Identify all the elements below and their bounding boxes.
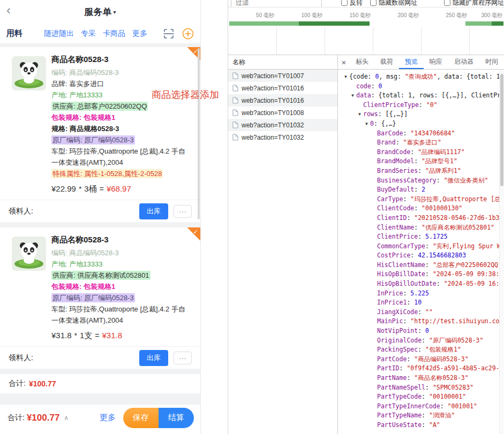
tab-4[interactable]: 卡商品 [103,29,125,39]
timeline-gridline [421,27,422,55]
save-button[interactable]: 保存 [123,408,159,428]
detail-tab-3[interactable]: 预览 [399,55,424,69]
json-value: 42.1546682803 [418,252,466,259]
scrollbar-thumb[interactable] [500,74,503,186]
chevron-down-icon[interactable]: ▾ [113,9,116,15]
detail-tab-2[interactable]: 载荷 [374,55,399,69]
json-key: PartCode [377,355,407,363]
tree-line: PartUseState: "A" [338,421,504,430]
filter-input[interactable] [231,0,322,7]
detail-tab-5[interactable]: 启动器 [448,55,479,69]
json-value: "2024-05-09 09:38:59 [433,270,504,278]
tab-1[interactable]: 用料 [6,28,22,39]
json-value: [{,…}] [386,110,408,118]
network-row[interactable]: web?action=TY01016 [228,94,337,106]
checkbox-1[interactable]: 反转 [341,0,363,7]
expand-arrow-icon[interactable]: ▼ [342,72,349,82]
product-field: 原厂编码: 原厂编码0528-3 [51,292,192,303]
tab-5[interactable]: 更多 [132,29,147,39]
tree-line: BarCode: "1434706684" [338,129,504,139]
request-name: web?action=TY01007 [242,72,304,80]
picker-row: 领料人:出库··· [0,346,200,369]
json-value: : [378,110,386,118]
back-icon[interactable]: ‹ [6,4,11,17]
tab-2[interactable]: 随进随出 [44,29,74,39]
expand-arrow-icon[interactable]: ▼ [363,119,370,129]
product-field: 产地: 产地13333 [51,258,192,270]
json-value: : [437,177,444,184]
json-key: BusinessCategory [377,177,437,184]
tree-line: code: 0 [338,82,504,92]
expand-arrow-icon[interactable]: ▼ [349,91,356,101]
tab-3[interactable]: 专采 [81,29,96,39]
add-product-button[interactable] [182,28,194,40]
scan-icon[interactable] [163,28,175,40]
more-options-button[interactable]: ··· [174,205,192,218]
footer-more-link[interactable]: 更多 [100,413,116,423]
total-price: ¥31.8 [102,331,123,340]
json-key: BrandCode [377,148,410,156]
json-value: "20210528-0546-27d6-1b32- [414,214,504,222]
json-value: "http://test.sihuiyun.com [410,317,503,325]
collapse-icon[interactable]: ∧ [64,414,69,422]
json-value: "商品名称0528-3" [414,374,468,382]
tab-bar-icons [163,28,194,40]
network-row[interactable]: web?action=TY01032 [228,131,337,143]
network-row[interactable]: web?action=TY01008 [228,106,337,119]
json-key: BuyDefault [377,186,414,193]
checkbox-2[interactable]: 隐藏数据网址 [370,0,417,7]
subtotal-label: 合计: [9,379,26,389]
json-value: : [414,157,422,165]
tree-line: CommonCarType: "宾利,Flying Spur W1 [338,242,504,252]
json-value: : [414,186,422,193]
detail-tab-1[interactable]: 标头 [350,55,374,69]
json-value: : [410,252,418,259]
expand-arrow-icon[interactable]: ▼ [356,110,363,119]
tree-line: CostPrice: 42.1546682803 [338,251,504,261]
timeline-tick: 150 毫秒 [338,12,371,19]
json-value: "玛莎拉蒂,Quattroporte [总 [410,195,500,203]
outbound-button[interactable]: 出库 [139,203,168,219]
json-key: code [356,82,371,90]
checkbox-input[interactable] [444,0,450,6]
detail-tab-4[interactable]: 响应 [424,55,448,69]
network-row[interactable]: web?action=TY01016 [228,82,337,94]
tree-line: ClientPrice: 5.1725 [338,232,504,242]
unit-price: ¥31.8 [51,331,72,340]
timeline-gridline [469,27,470,55]
json-key: rows [363,110,378,118]
detail-tab-6[interactable]: 时间 [479,55,504,69]
json-value: : [407,299,414,306]
tree-line: BusinessCategory: "微信业务类别" [338,176,504,186]
more-options-button[interactable]: ··· [174,352,192,364]
app-header: ‹ 服务单 ▾ [0,0,200,24]
network-name-header[interactable]: 名称 [228,55,337,70]
outbound-button[interactable]: 出库 [139,350,168,366]
overview-activity-bar-dark [299,21,370,26]
json-value: 5.225 [410,290,429,297]
json-value: "品牌编码1117" [418,148,465,156]
quantity: 3桶 [84,184,96,193]
app-scrollbar[interactable] [198,48,200,219]
json-value: "00100001" [429,393,466,400]
json-value: "包装规格1" [425,346,461,353]
json-value: 10 [414,299,422,306]
close-icon[interactable]: × [338,55,350,69]
picker-label: 领料人: [9,353,33,363]
network-rows: web?action=TY01007web?action=TY01016web?… [228,70,337,434]
checkbox-input[interactable] [370,0,377,6]
devtools-scrollbar[interactable] [499,70,504,434]
json-key: BrandSeries [377,167,418,174]
network-row[interactable]: web?action=TY01007 [228,70,337,82]
checkbox-3[interactable]: 隐藏扩展程序网址 [444,0,504,7]
json-key: ClientPriceType [363,101,419,109]
json-value: : [418,327,425,334]
settle-button[interactable]: 结算 [159,408,194,428]
checkbox-input[interactable] [341,0,348,6]
json-value: : [425,242,433,250]
overview[interactable]: 50 毫秒100 毫秒150 毫秒200 毫秒250 毫秒300 毫秒 [228,7,504,55]
json-value: : [407,214,414,222]
network-row[interactable]: web?action=TY01032 [228,119,337,131]
json-value: : [418,167,425,174]
request-name: web?action=TY01032 [242,134,304,141]
